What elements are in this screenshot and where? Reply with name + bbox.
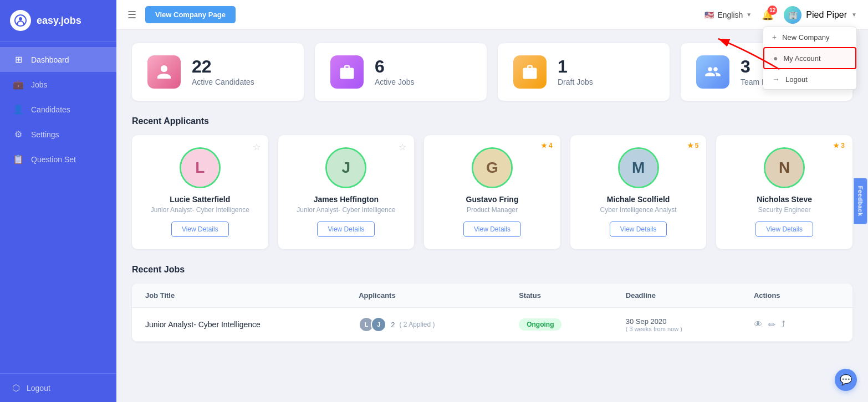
chat-button[interactable]: 💬 [835,369,857,391]
sidebar-item-settings[interactable]: ⚙ Settings [0,122,116,147]
view-company-button[interactable]: View Company Page [145,6,236,23]
edit-action-icon[interactable]: ✏ [768,319,775,330]
avatar: L [181,149,219,187]
logout-label: Logout [27,384,50,393]
candidates-stat-icon [147,55,181,89]
stat-label: Draft Jobs [558,78,593,86]
stat-info: 6 Active Jobs [375,58,415,86]
mini-avatars: L J [359,317,386,332]
star-icon: ★ [833,142,839,150]
table-row: Junior Analyst- Cyber Intelligence L J 2… [132,308,852,342]
notifications-button[interactable]: 🔔 12 [762,9,774,21]
notification-badge: 12 [768,6,777,15]
logout-arrow-icon: → [772,75,780,84]
sidebar-logo: easy.jobs [0,0,116,42]
view-details-button[interactable]: View Details [610,221,667,237]
sidebar-item-dashboard[interactable]: ⊞ Dashboard [0,47,116,72]
hamburger-icon[interactable]: ☰ [127,9,136,21]
star-icon: ★ [687,142,693,150]
stats-row: 22 Active Candidates 6 Active Jobs 1 [132,43,852,101]
dropdown-item-label: Logout [785,75,808,84]
stat-info: 22 Active Candidates [192,58,254,86]
sidebar-bottom: ⬡ Logout [0,373,116,402]
settings-icon: ⚙ [12,129,24,140]
view-action-icon[interactable]: 👁 [754,319,763,329]
applicants-row: ☆ L Lucie Satterfield Junior Analyst- Cy… [132,135,852,249]
applicant-name: Michale Scolfield [607,195,670,204]
flag-icon: 🇺🇸 [704,11,714,19]
star-rating: ★ 5 [687,142,699,150]
applicants-cell: L J 2 ( 2 Applied ) [359,317,519,332]
star-rating: ★ 4 [541,142,553,150]
applicant-count: 2 [391,321,395,329]
star-button[interactable]: ☆ [253,142,261,152]
deadline-relative: ( 3 weeks from now ) [626,326,754,332]
col-job-title: Job Title [145,291,359,300]
avatar-ring: N [764,147,805,188]
applicant-role: Cyber Intelligence Analyst [600,206,677,214]
svg-point-1 [19,17,22,20]
status-badge: Ongoing [519,318,561,331]
applicant-role: Junior Analyst- Cyber Intelligence [151,206,249,214]
rating-value: 4 [549,142,553,150]
applicant-role: Junior Analyst- Cyber Intelligence [297,206,395,214]
jobs-icon: 💼 [12,79,24,90]
feedback-tab[interactable]: Feedback [854,178,867,224]
sidebar-nav: ⊞ Dashboard 💼 Jobs 👤 Candidates ⚙ Settin… [0,42,116,373]
col-applicants: Applicants [359,291,519,300]
user-name: Pied Piper [806,10,847,20]
stat-number: 6 [375,58,415,75]
applicant-name: Lucie Satterfield [170,195,230,204]
deadline-date: 30 Sep 2020 [626,317,754,326]
user-menu-button[interactable]: 🏢 Pied Piper ▼ [784,6,857,24]
sidebar-item-question-set[interactable]: 📋 Question Set [0,147,116,172]
applicant-card: ★ 4 G Gustavo Fring Product Manager View… [424,135,560,249]
job-title: Junior Analyst- Cyber Intelligence [145,320,359,329]
page-content: 22 Active Candidates 6 Active Jobs 1 [116,30,868,402]
language-selector[interactable]: 🇺🇸 English ▼ [704,11,752,19]
view-details-button[interactable]: View Details [463,221,521,237]
star-icon: ★ [541,142,547,150]
account-icon: ● [773,54,778,63]
view-details-button[interactable]: View Details [171,221,229,237]
recent-applicants-title: Recent Applicants [132,116,852,126]
rating-value: 5 [695,142,699,150]
dropdown-item-label: New Company [782,33,829,42]
dropdown-logout-option[interactable]: → Logout [763,69,856,89]
star-rating: ★ 3 [833,142,845,150]
logo-icon [10,10,31,31]
view-details-button[interactable]: View Details [317,221,375,237]
actions-cell: 👁 ✏ ⤴ [754,319,839,330]
logout-button[interactable]: ⬡ Logout [12,383,104,393]
stat-number: 1 [558,58,593,75]
mini-avatar: J [371,317,386,332]
avatar-ring: J [325,147,366,188]
avatar: N [765,149,803,187]
view-details-button[interactable]: View Details [755,221,813,237]
new-company-option[interactable]: + New Company [763,27,856,47]
team-stat-icon [696,55,729,89]
sidebar-item-candidates[interactable]: 👤 Candidates [0,97,116,122]
stat-card-draft-jobs: 1 Draft Jobs [498,43,670,101]
applicant-card: ☆ L Lucie Satterfield Junior Analyst- Cy… [132,135,268,249]
sidebar-item-label: Jobs [31,80,48,89]
sidebar-item-jobs[interactable]: 💼 Jobs [0,72,116,97]
account-dropdown: + New Company ● My Account → Logout [763,27,857,90]
jobs-table: Job Title Applicants Status Deadline Act… [132,284,852,342]
draft-jobs-stat-icon [513,55,547,89]
applicant-name: Gustavo Fring [466,195,519,204]
avatar: 🏢 [784,6,801,24]
stat-info: 1 Draft Jobs [558,58,593,86]
star-button[interactable]: ☆ [399,142,406,152]
sidebar-item-label: Dashboard [31,55,69,64]
dashboard-icon: ⊞ [12,54,24,65]
sidebar-item-label: Question Set [31,155,76,164]
my-account-option[interactable]: ● My Account [763,47,856,69]
share-action-icon[interactable]: ⤴ [781,319,785,329]
chat-icon: 💬 [840,374,852,386]
main-content: ☰ View Company Page 🇺🇸 English ▼ 🔔 12 🏢 … [116,0,868,402]
applicant-role: Product Manager [467,206,518,214]
active-jobs-stat-icon [330,55,364,89]
avatar: J [327,149,365,187]
applicant-name: Nicholas Steve [757,195,812,204]
